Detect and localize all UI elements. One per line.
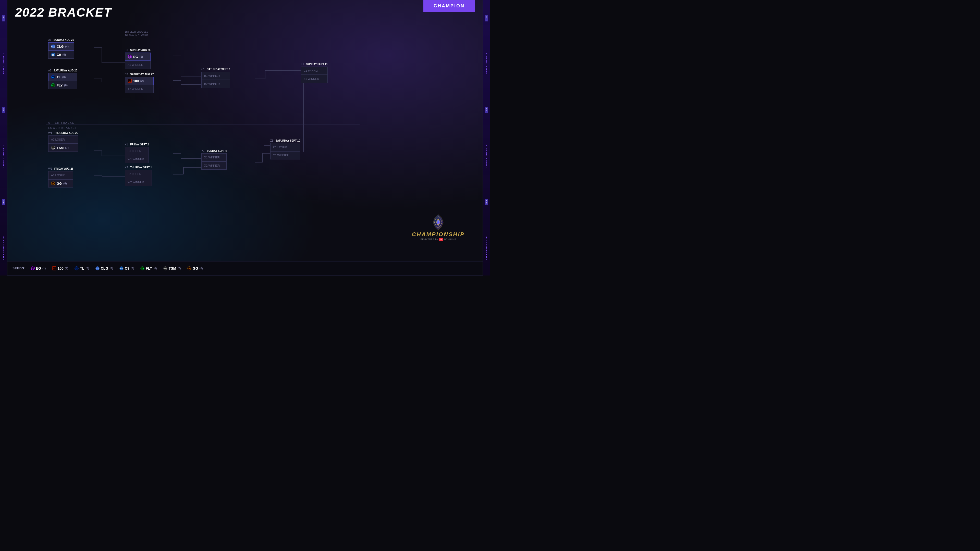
match-E1-label: E1 SUNDAY SEPT 11: [301, 63, 328, 65]
svg-text:CLG: CLG: [95, 268, 99, 270]
match-Y1: Y1 SUNDAY SEPT 4 X1 WINNER X2 WINNER: [201, 149, 227, 170]
lcs-badge-left-3: LCS: [2, 199, 5, 205]
championship-logo-icon: [429, 213, 447, 231]
lcs-badge-left-1: LCS: [2, 15, 5, 21]
svg-text:100: 100: [128, 81, 131, 82]
match-A1-team1: CLG CLG (4): [48, 42, 74, 51]
match-X2-team2: W2 WINNER: [125, 178, 152, 186]
championship-text-left-2: CHAMPIONSHIP: [2, 144, 5, 168]
svg-text:TL: TL: [52, 76, 54, 79]
match-C1-team1: B1 WINNER: [201, 72, 230, 80]
note-line2: TO PLAY IN B1 OR B2: [125, 34, 148, 37]
eg-icon: EG: [127, 55, 132, 59]
match-A2-team1: TL TL (3): [48, 73, 77, 81]
svg-text:GH: GH: [440, 239, 442, 240]
match-W2-label: W2 FRIDAY AUG 26: [48, 167, 73, 170]
match-B1-team2: A1 WINNER: [125, 61, 151, 69]
match-X2-label: X2 THURDAY SEPT 1: [125, 166, 152, 169]
match-Z1-team2: Y1 WINNER: [270, 151, 300, 159]
match-Z1: Z1 SATURDAY SEPT 10 C1 LOSER Y1 WINNER: [270, 139, 300, 159]
match-B2-label: B2 SATURDAY AUG 27: [125, 73, 154, 76]
match-X2-team1: B2 LOSER: [125, 170, 152, 178]
championship-text-left-1: CHAMPIONSHIP: [2, 52, 5, 76]
match-B1-team1: EG EG (1): [125, 52, 151, 61]
tsm-icon: TSM: [51, 146, 55, 150]
match-A2: A2 SATURDAY AUG 20 TL TL (3) FLY FLY (6): [48, 69, 77, 89]
match-Z1-team1: C1 LOSER: [270, 143, 300, 151]
match-W1: W1 THURSDAY AUG 25 A2 LOSER TSM TSM (7): [48, 132, 78, 152]
match-Y1-label: Y1 SUNDAY SEPT 4: [201, 149, 227, 152]
note-line1: 1ST SEED CHOOSES: [125, 30, 148, 34]
seeds-bar: SEEDS: EG EG (1) 100 100 (2) TL TL (3) C…: [7, 261, 483, 275]
match-W1-label: W1 THURSDAY AUG 25: [48, 132, 78, 135]
svg-text:TL: TL: [75, 268, 78, 270]
left-sidebar: LCS CHAMPIONSHIP LCS CHAMPIONSHIP LCS CH…: [0, 0, 7, 275]
championship-text-right-3: CHAMPIONSHIP: [485, 236, 488, 260]
match-A1-team2: C9 C9 (5): [48, 51, 74, 59]
lcs-badge-right-1: LCS: [485, 15, 488, 21]
100t-icon: 100: [127, 79, 132, 83]
seed-item-c9: C9 C9 (5): [119, 266, 134, 270]
grubhub-icon: GH: [439, 238, 443, 241]
seed-c9-icon: C9: [119, 266, 124, 270]
seed-gg-icon: GG: [187, 266, 191, 270]
delivered-by-text: DELIVERED BY GH GRUBHUB: [421, 238, 456, 241]
seed-fly-icon: FLY: [140, 266, 145, 270]
championship-logo: CHAMPIONSHIP DELIVERED BY GH GRUBHUB: [412, 213, 465, 241]
c9-icon: C9: [51, 52, 55, 57]
match-B2-team2: A2 WINNER: [125, 85, 154, 93]
gg-icon: GG: [51, 181, 55, 186]
match-X1-team2: W1 WINNER: [125, 155, 149, 163]
seed-clg-icon: CLG: [95, 266, 100, 270]
match-Y1-team1: X1 WINNER: [201, 153, 227, 162]
lcs-badge-right-3: LCS: [485, 199, 488, 205]
svg-text:FLY: FLY: [141, 268, 144, 270]
seeds-label: SEEDS:: [13, 267, 25, 270]
right-sidebar: LCS CHAMPIONSHIP LCS CHAMPIONSHIP LCS CH…: [483, 0, 490, 275]
match-X1-team1: B1 LOSER: [125, 147, 149, 155]
svg-text:EG: EG: [32, 268, 34, 270]
championship-text-right-2: CHAMPIONSHIP: [485, 144, 488, 168]
match-E1-team1: C1 WINNER: [301, 67, 328, 75]
match-B1: B1 SUNDAY AUG 28 EG EG (1) A1 WINNER: [125, 49, 151, 69]
lcs-badge-right-2: LCS: [485, 107, 488, 113]
svg-text:CLG: CLG: [51, 46, 55, 48]
note-text: 1ST SEED CHOOSES TO PLAY IN B1 OR B2: [125, 30, 148, 37]
match-Y1-team2: X2 WINNER: [201, 162, 227, 170]
svg-text:GG: GG: [52, 183, 55, 185]
match-W1-team2: TSM TSM (7): [48, 144, 78, 152]
match-A1-label: A1 SUNDAY AUG 21: [48, 38, 74, 41]
match-X1: X1 FRIDAY SEPT 2 B1 LOSER W1 WINNER: [125, 143, 149, 163]
svg-text:EG: EG: [128, 56, 131, 58]
match-W2-team1: A1 LOSER: [48, 171, 73, 179]
seed-tl-icon: TL: [75, 266, 79, 270]
svg-text:TSM: TSM: [52, 148, 55, 149]
seed-tsm-icon: TSM: [163, 266, 167, 270]
svg-text:C9: C9: [52, 54, 54, 56]
match-A1: A1 SUNDAY AUG 21 CLG CLG (4) C9 C9 (5): [48, 38, 74, 59]
champion-button[interactable]: CHAMPION: [423, 0, 475, 12]
match-C1-team2: B2 WINNER: [201, 80, 230, 88]
upper-bracket-label: UPPER BRACKET: [48, 121, 76, 124]
connector-lines: [15, 23, 475, 257]
seed-100t-icon: 100: [52, 266, 56, 270]
seed-item-eg: EG EG (1): [30, 266, 46, 270]
championship-text-left-3: CHAMPIONSHIP: [2, 236, 5, 260]
seed-eg-icon: EG: [30, 266, 35, 270]
match-W2: W2 FRIDAY AUG 26 A1 LOSER GG GG (8): [48, 167, 73, 187]
svg-text:FLY: FLY: [52, 85, 55, 86]
bracket-container: 1ST SEED CHOOSES TO PLAY IN B1 OR B2 A1 …: [15, 23, 475, 257]
tl-icon: TL: [51, 75, 55, 79]
match-X2: X2 THURDAY SEPT 1 B2 LOSER W2 WINNER: [125, 166, 152, 186]
match-E1-team2: Z1 WINNER: [301, 75, 328, 83]
seed-item-tl: TL TL (3): [75, 266, 89, 270]
svg-text:100: 100: [53, 268, 56, 270]
match-E1: E1 SUNDAY SEPT 11 C1 WINNER Z1 WINNER: [301, 63, 328, 83]
seed-item-tsm: TSM TSM (7): [163, 266, 181, 270]
seed-item-clg: CLG CLG (4): [95, 266, 113, 270]
match-X1-label: X1 FRIDAY SEPT 2: [125, 143, 149, 146]
match-C1-label: C1 SATURDAY SEPT 3: [201, 68, 230, 71]
seed-item-gg: GG GG (8): [187, 266, 203, 270]
match-A2-label: A2 SATURDAY AUG 20: [48, 69, 77, 72]
match-B2-team1: 100 100 (2): [125, 77, 154, 85]
